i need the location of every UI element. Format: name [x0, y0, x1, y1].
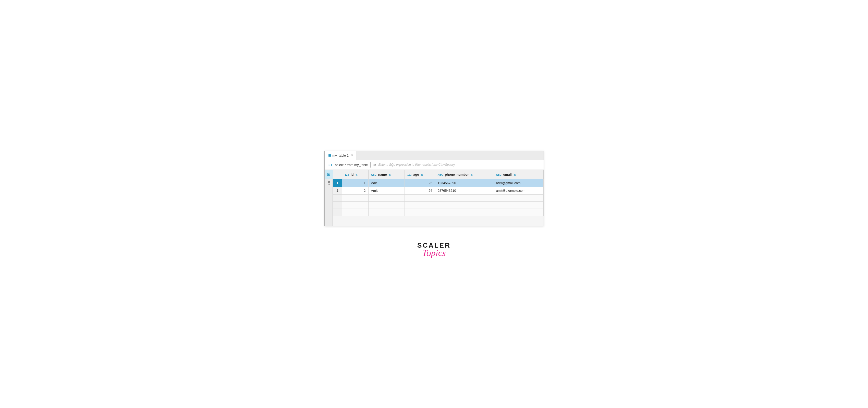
data-table-wrapper: 123 id ⇅ ABC name ⇅ 123 age — [333, 170, 544, 226]
query-bar: ↔T select * from my_table ⇄ Enter a SQL … — [324, 160, 544, 170]
col-header-age[interactable]: 123 age ⇅ — [405, 170, 435, 179]
cell-id: 1 — [342, 179, 368, 186]
row-number-header — [333, 170, 342, 179]
col-phone-label: phone_number — [445, 173, 469, 176]
empty-row — [333, 209, 544, 216]
query-text: select * from my_table — [335, 163, 368, 167]
cell-phone: 1234567890 — [435, 179, 493, 186]
cell-id: 2 — [342, 186, 368, 194]
name-sort-icon[interactable]: ⇅ — [389, 173, 391, 176]
empty-row-number — [333, 209, 342, 216]
col-id-label: id — [351, 173, 354, 176]
query-divider — [370, 162, 371, 168]
side-tabs: ⊞ Text ↔T — [324, 170, 333, 226]
topics-text: Topics — [422, 248, 446, 258]
table-area: ⊞ Text ↔T 123 id — [324, 170, 544, 226]
cell-name: Aditi — [368, 179, 405, 186]
email-sort-icon[interactable]: ⇅ — [514, 173, 516, 176]
empty-row-number — [333, 201, 342, 209]
empty-row — [333, 201, 544, 209]
col-header-name[interactable]: ABC name ⇅ — [368, 170, 405, 179]
db-tab[interactable]: ⊞ my_table 1 × — [324, 151, 357, 160]
db-window: ⊞ my_table 1 × ↔T select * from my_table… — [324, 151, 544, 226]
cell-email: amit@example.com — [493, 186, 544, 194]
table-header-row: 123 id ⇅ ABC name ⇅ 123 age — [333, 170, 544, 179]
cell-age: 22 — [405, 179, 435, 186]
cell-email: aditi@gmail.com — [493, 179, 544, 186]
cell-name: Amit — [368, 186, 405, 194]
text-view-label: Text — [327, 181, 330, 186]
tab-close-button[interactable]: × — [351, 154, 353, 157]
email-type-icon: ABC — [496, 173, 501, 176]
arrow-view-label: ↔T — [327, 191, 330, 196]
tab-label: my_table 1 — [333, 154, 349, 157]
filter-icon: ⇄ — [373, 163, 376, 167]
cell-age: 24 — [405, 186, 435, 194]
table-row[interactable]: 1 1 Aditi 22 1234567890 aditi@gmail.com — [333, 179, 544, 186]
row-number-cell: 1 — [333, 179, 342, 186]
name-type-icon: ABC — [371, 173, 377, 176]
age-sort-icon[interactable]: ⇅ — [421, 173, 423, 176]
id-type-icon: 123 — [345, 173, 349, 176]
table-icon: ⊞ — [328, 154, 331, 157]
query-icon: ↔T — [327, 163, 333, 167]
id-sort-icon[interactable]: ⇅ — [355, 173, 358, 176]
col-age-label: age — [413, 173, 419, 176]
tab-bar: ⊞ my_table 1 × — [324, 151, 544, 160]
age-type-icon: 123 — [407, 173, 412, 176]
main-container: ⊞ my_table 1 × ↔T select * from my_table… — [314, 140, 554, 268]
phone-type-icon: ABC — [438, 173, 443, 176]
row-number-cell: 2 — [333, 186, 342, 194]
col-header-phone[interactable]: ABC phone_number ⇅ — [435, 170, 493, 179]
grid-view-icon: ⊞ — [327, 172, 330, 177]
cell-phone: 9876543210 — [435, 186, 493, 194]
empty-row — [333, 194, 544, 201]
col-name-label: name — [378, 173, 387, 176]
col-header-id[interactable]: 123 id ⇅ — [342, 170, 368, 179]
scaler-logo: SCALER Topics — [417, 241, 451, 258]
side-tab-grid[interactable]: ⊞ — [324, 170, 333, 179]
side-tab-arrow[interactable]: ↔T — [324, 189, 333, 198]
table-row[interactable]: 2 2 Amit 24 9876543210 amit@example.com — [333, 186, 544, 194]
col-email-label: email — [503, 173, 512, 176]
filter-placeholder[interactable]: Enter a SQL expression to filter results… — [378, 163, 455, 167]
empty-row-number — [333, 194, 342, 201]
side-tab-text[interactable]: Text — [324, 179, 333, 189]
phone-sort-icon[interactable]: ⇅ — [471, 173, 473, 176]
col-header-email[interactable]: ABC email ⇅ — [493, 170, 544, 179]
data-table: 123 id ⇅ ABC name ⇅ 123 age — [333, 170, 544, 216]
